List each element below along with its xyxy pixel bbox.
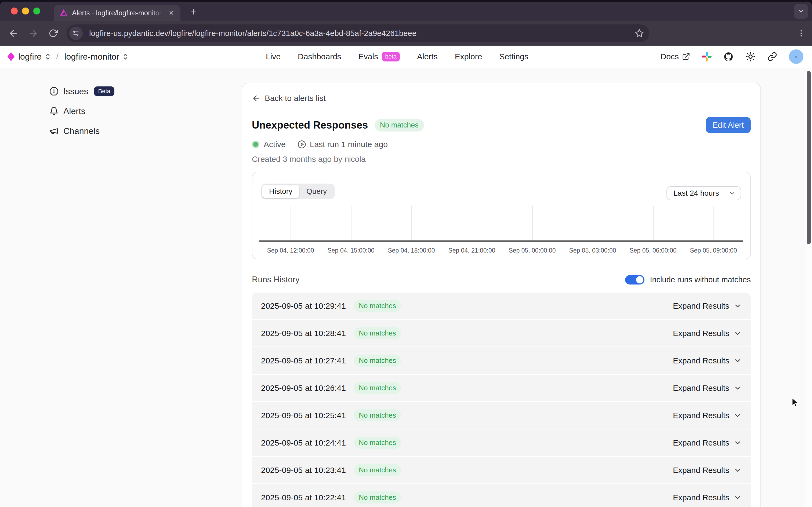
run-timestamp: 2025-09-05 at 10:29:41 [261, 301, 346, 311]
browser-menu-icon[interactable] [797, 29, 806, 38]
forward-button[interactable] [25, 25, 41, 41]
sidebar-item-label: Issues [63, 87, 88, 96]
chevron-down-icon [734, 384, 742, 392]
edit-alert-button[interactable]: Edit Alert [706, 117, 751, 133]
include-runs-toggle[interactable] [625, 275, 644, 284]
run-row: 2025-09-05 at 10:28:41 No matches Expand… [252, 320, 751, 346]
run-badge: No matches [354, 327, 401, 339]
run-timestamp: 2025-09-05 at 10:25:41 [261, 411, 346, 420]
tab-history[interactable]: History [262, 185, 300, 198]
slack-icon[interactable] [702, 52, 712, 61]
nav-explore[interactable]: Explore [455, 52, 482, 61]
nav-evals-label: Evals [359, 52, 378, 61]
expand-results-label: Expand Results [673, 384, 729, 393]
nav-live[interactable]: Live [266, 52, 281, 61]
created-by: Created 3 months ago by nicola [252, 155, 751, 164]
browser-tab[interactable]: Alerts · logfire/logfire-monitor × [54, 5, 180, 21]
tab-title: Alerts · logfire/logfire-monitor [72, 9, 166, 17]
page-scrollbar-thumb[interactable] [807, 71, 811, 244]
sidebar-item-issues[interactable]: Issues Beta [49, 86, 114, 97]
screen: Alerts · logfire/logfire-monitor × + log… [0, 0, 812, 507]
chart-x-labels: Sep 04, 12:00:00 Sep 04, 15:00:00 Sep 04… [259, 247, 743, 255]
alert-title: Unexpected Responses [252, 119, 368, 131]
history-chart [259, 206, 743, 241]
browser-window: Alerts · logfire/logfire-monitor × + log… [0, 2, 812, 507]
run-timestamp: 2025-09-05 at 10:26:41 [261, 384, 346, 393]
nav-settings[interactable]: Settings [499, 52, 528, 61]
run-timestamp: 2025-09-05 at 10:23:41 [261, 466, 346, 475]
github-icon[interactable] [723, 52, 734, 62]
sidebar-item-label: Alerts [63, 106, 86, 116]
expand-results-button[interactable]: Expand Results [673, 329, 742, 338]
back-to-alerts-link[interactable]: Back to alerts list [252, 92, 751, 104]
chevron-down-icon [734, 466, 742, 474]
close-window-button[interactable] [11, 7, 18, 14]
runs-history-title: Runs History [252, 275, 300, 284]
app-header: logfire / logfire-monitor Live Dashboard… [0, 46, 812, 68]
expand-results-button[interactable]: Expand Results [673, 438, 742, 447]
nav-evals[interactable]: Evalsbeta [359, 52, 400, 61]
chevron-down-icon [734, 357, 742, 365]
reload-button[interactable] [45, 25, 61, 41]
chevron-down-icon [798, 8, 804, 14]
minimize-window-button[interactable] [22, 7, 29, 14]
megaphone-icon [49, 126, 59, 135]
docs-link[interactable]: Docs [660, 52, 690, 61]
share-link-icon[interactable] [767, 52, 777, 61]
x-tick: Sep 04, 18:00:00 [388, 247, 435, 254]
alert-status-badge: No matches [375, 119, 424, 131]
active-label: Active [264, 140, 286, 149]
expand-results-button[interactable]: Expand Results [673, 356, 742, 365]
run-badge: No matches [354, 437, 401, 449]
project-name[interactable]: logfire-monitor [64, 52, 119, 62]
tab-strip: Alerts · logfire/logfire-monitor × + [0, 2, 812, 21]
breadcrumb-separator: / [56, 52, 58, 61]
org-switcher-icon[interactable] [45, 53, 50, 60]
evals-beta-badge: beta [382, 52, 400, 61]
maximize-window-button[interactable] [33, 7, 40, 14]
tab-query[interactable]: Query [300, 185, 334, 198]
runs-list: 2025-09-05 at 10:29:41 No matches Expand… [252, 292, 751, 507]
expand-results-button[interactable]: Expand Results [673, 301, 742, 311]
mouse-cursor [791, 397, 801, 408]
chevron-down-icon [734, 411, 742, 419]
run-badge: No matches [354, 409, 401, 421]
avatar[interactable]: - [789, 49, 803, 64]
alert-title-row: Unexpected Responses No matches Edit Ale… [252, 117, 751, 133]
include-runs-label: Include runs without matches [650, 275, 751, 284]
sidebar-item-alerts[interactable]: Alerts [49, 105, 114, 117]
expand-results-button[interactable]: Expand Results [673, 411, 742, 420]
header-actions: Docs - [660, 49, 803, 64]
x-tick: Sep 05, 06:00:00 [630, 247, 676, 254]
expand-results-button[interactable]: Expand Results [673, 493, 742, 502]
nav-dashboards[interactable]: Dashboards [298, 52, 341, 61]
external-link-icon [682, 53, 690, 61]
active-status-dot [252, 140, 259, 148]
address-bar[interactable]: logfire-us.pydantic.dev/logfire/logfire-… [67, 24, 649, 42]
page-content: Issues Beta Alerts Channels Back to aler… [0, 68, 812, 506]
site-settings-icon[interactable] [69, 26, 83, 40]
sidebar-item-channels[interactable]: Channels [49, 125, 114, 137]
project-switcher-icon[interactable] [123, 53, 128, 60]
theme-sun-icon[interactable] [745, 52, 756, 62]
tab-search-button[interactable] [794, 4, 808, 19]
org-name[interactable]: logfire [18, 52, 42, 62]
traffic-lights[interactable] [11, 7, 40, 14]
new-tab-button[interactable]: + [186, 4, 201, 19]
x-tick: Sep 04, 15:00:00 [327, 247, 374, 254]
tab-close-icon[interactable]: × [166, 8, 176, 18]
x-tick: Sep 05, 09:00:00 [690, 247, 737, 254]
expand-results-label: Expand Results [673, 356, 729, 365]
nav-alerts[interactable]: Alerts [417, 52, 438, 61]
time-range-select[interactable]: Last 24 hours [666, 186, 741, 200]
docs-label: Docs [660, 52, 679, 61]
expand-results-button[interactable]: Expand Results [673, 466, 742, 475]
bookmark-star-icon[interactable] [635, 29, 644, 38]
bell-icon [49, 107, 59, 116]
breadcrumb: logfire / logfire-monitor [7, 52, 128, 62]
expand-results-button[interactable]: Expand Results [673, 384, 742, 393]
favicon-logfire [60, 9, 68, 17]
url-text[interactable]: logfire-us.pydantic.dev/logfire/logfire-… [89, 29, 635, 38]
back-button[interactable] [5, 25, 21, 41]
run-badge: No matches [354, 492, 401, 504]
